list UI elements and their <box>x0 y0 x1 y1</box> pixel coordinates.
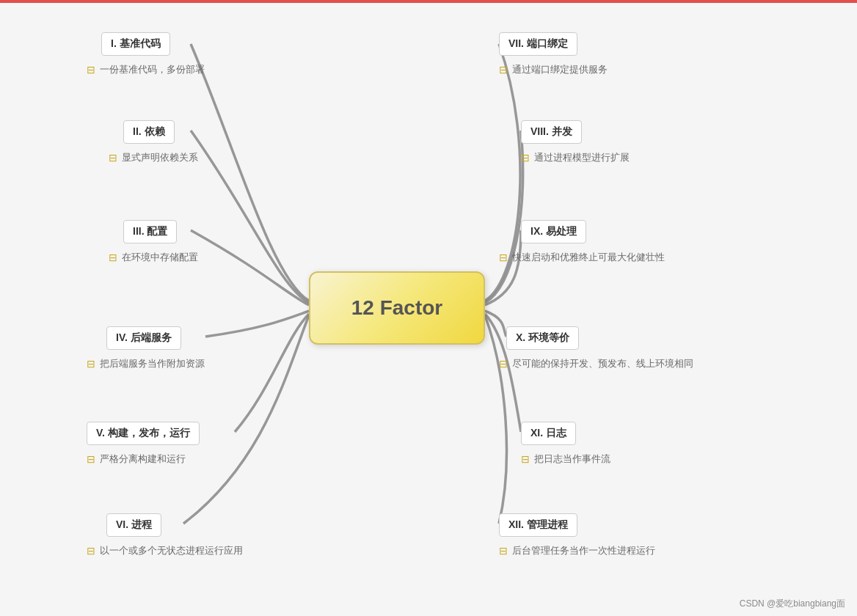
icon-1: ⊟ <box>87 64 95 76</box>
node-box-6: VI. 进程 <box>106 513 161 537</box>
node-label-7: ⊟ 通过端口绑定提供服务 <box>499 63 608 76</box>
node-label-2: ⊟ 显式声明依赖关系 <box>109 151 198 164</box>
node-label-1: ⊟ 一份基准代码，多份部署 <box>87 63 205 76</box>
node-label-10: ⊟ 尽可能的保持开发、预发布、线上环境相同 <box>499 357 693 370</box>
center-node: 12 Factor <box>309 271 485 345</box>
node-label-9: ⊟ 快速启动和优雅终止可最大化健壮性 <box>499 251 665 264</box>
icon-9: ⊟ <box>499 252 508 263</box>
node-label-5: ⊟ 严格分离构建和运行 <box>87 452 186 466</box>
icon-5: ⊟ <box>87 453 95 465</box>
node-label-4: ⊟ 把后端服务当作附加资源 <box>87 357 205 370</box>
node-box-4: IV. 后端服务 <box>106 326 181 350</box>
icon-7: ⊟ <box>499 64 508 76</box>
main-container: 12 Factor I. 基准代码 ⊟ 一份基准代码，多份部署 II. 依赖 ⊟… <box>0 0 857 616</box>
node-label-8: ⊟ 通过进程模型进行扩展 <box>521 151 630 164</box>
icon-11: ⊟ <box>521 453 530 465</box>
node-label-3: ⊟ 在环境中存储配置 <box>109 251 198 264</box>
node-label-11: ⊟ 把日志当作事件流 <box>521 452 610 466</box>
node-label-6: ⊟ 以一个或多个无状态进程运行应用 <box>87 544 243 557</box>
node-box-12: XII. 管理进程 <box>499 513 577 537</box>
node-box-11: XI. 日志 <box>521 422 576 445</box>
node-box-5: V. 构建，发布，运行 <box>87 422 200 445</box>
node-label-12: ⊟ 后台管理任务当作一次性进程运行 <box>499 544 655 557</box>
node-box-3: III. 配置 <box>123 220 177 243</box>
node-box-1: I. 基准代码 <box>101 32 170 56</box>
node-box-7: VII. 端口绑定 <box>499 32 577 56</box>
node-box-2: II. 依赖 <box>123 120 175 144</box>
icon-12: ⊟ <box>499 545 508 557</box>
center-label: 12 Factor <box>351 296 443 320</box>
node-box-8: VIII. 并发 <box>521 120 582 144</box>
icon-2: ⊟ <box>109 152 117 164</box>
icon-6: ⊟ <box>87 545 95 557</box>
icon-10: ⊟ <box>499 358 508 370</box>
node-box-9: IX. 易处理 <box>521 220 586 243</box>
icon-8: ⊟ <box>521 152 530 164</box>
icon-4: ⊟ <box>87 358 95 370</box>
icon-3: ⊟ <box>109 252 117 263</box>
node-box-10: X. 环境等价 <box>506 326 579 350</box>
